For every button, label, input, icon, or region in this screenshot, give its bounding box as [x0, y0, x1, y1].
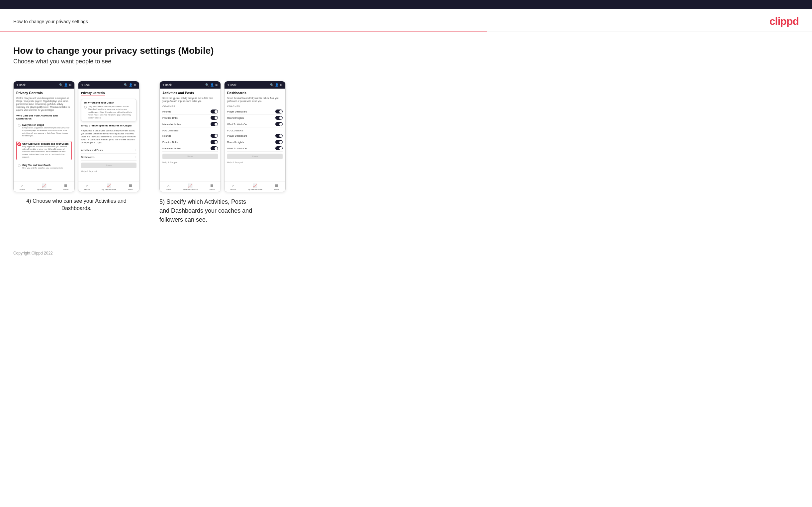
nav-menu-2[interactable]: ☰ Menu — [128, 183, 133, 190]
privacy-tab[interactable]: Privacy Controls — [81, 91, 105, 96]
coaches-work-on-row: What To Work On — [227, 121, 283, 127]
nav-home-label-2: Home — [84, 188, 90, 190]
top-bar — [0, 0, 812, 9]
back-button-2[interactable]: < Back — [81, 83, 90, 87]
help-support-2: Help & Support — [81, 170, 137, 173]
coaches-rounds-toggle[interactable] — [211, 110, 218, 113]
menu-icon-4[interactable]: ⊕ — [280, 83, 283, 87]
header-icons-1: 🔍 👤 ⊕ — [59, 83, 72, 87]
search-icon-2[interactable]: 🔍 — [124, 83, 128, 87]
nav-home-label-1: Home — [19, 188, 25, 190]
who-can-see-subtitle: Who Can See Your Activities and Dashboar… — [16, 114, 72, 120]
followers-manual-row: Manual Activities — [162, 145, 218, 152]
followers-drills-row: Practice Drills — [162, 139, 218, 145]
followers-work-on-toggle[interactable] — [275, 146, 283, 150]
followers-player-dash-toggle[interactable] — [275, 134, 283, 138]
coaches-work-on-toggle[interactable] — [275, 122, 283, 126]
bottom-nav-4: ⌂ Home 📈 My Performance ☰ Menu — [224, 181, 285, 192]
coaches-manual-label: Manual Activities — [162, 123, 181, 126]
followers-rounds-label: Rounds — [162, 134, 171, 137]
radio-label-3: Only You and Your Coach — [22, 164, 63, 166]
nav-menu-3[interactable]: ☰ Menu — [210, 183, 214, 190]
phone-screen-1: < Back 🔍 👤 ⊕ Privacy Controls Control ho… — [13, 81, 75, 192]
followers-drills-toggle[interactable] — [211, 140, 218, 144]
person-icon-2[interactable]: 👤 — [129, 83, 133, 87]
radio-circle-3 — [18, 164, 20, 167]
dashboards-row[interactable]: Dashboards › — [81, 154, 137, 161]
radio-label-1: Everyone on Clippd — [22, 124, 70, 126]
search-icon-4[interactable]: 🔍 — [270, 83, 274, 87]
copyright: Copyright Clippd 2022 — [13, 251, 53, 256]
followers-round-insights-toggle[interactable] — [275, 140, 283, 144]
nav-performance-1[interactable]: 📈 My Performance — [37, 183, 51, 190]
bottom-nav-3: ⌂ Home 📈 My Performance ☰ Menu — [160, 181, 220, 192]
nav-home-2[interactable]: ⌂ Home — [84, 184, 90, 190]
header-icons-3: 🔍 👤 ⊕ — [205, 83, 218, 87]
search-icon-3[interactable]: 🔍 — [205, 83, 209, 87]
radio-everyone[interactable]: Everyone on Clippd Everyone on Clippd ca… — [16, 122, 72, 139]
menu-icon[interactable]: ⊕ — [69, 83, 72, 87]
search-icon[interactable]: 🔍 — [59, 83, 63, 87]
coaches-drills-toggle[interactable] — [211, 116, 218, 120]
chevron-right-icon-2: › — [136, 155, 137, 159]
coaches-label-4: COACHES — [227, 105, 283, 108]
menu-icon-3[interactable]: ⊕ — [215, 83, 218, 87]
nav-menu-label-4: Menu — [274, 188, 279, 190]
nav-perf-label-1: My Performance — [37, 188, 51, 190]
nav-home-1[interactable]: ⌂ Home — [19, 184, 25, 190]
followers-rounds-toggle[interactable] — [211, 134, 218, 138]
nav-home-3[interactable]: ⌂ Home — [166, 184, 171, 190]
caption-right-line2: and Dashboards your coaches and — [159, 207, 252, 214]
followers-manual-toggle[interactable] — [211, 146, 218, 150]
save-button-3[interactable]: Save — [162, 154, 218, 159]
save-button-2[interactable]: Save — [81, 163, 137, 168]
chart-icon-1: 📈 — [42, 183, 47, 188]
dashboards-title: Dashboards — [227, 91, 283, 95]
phone-content-2: Privacy Controls Only You and Your Coach… — [79, 89, 139, 181]
back-button-4[interactable]: < Back — [227, 83, 237, 87]
home-icon-2: ⌂ — [86, 184, 88, 188]
person-icon-3[interactable]: 👤 — [210, 83, 214, 87]
home-icon-1: ⌂ — [21, 184, 23, 188]
nav-menu-1[interactable]: ☰ Menu — [63, 183, 68, 190]
nav-perf-label-2: My Performance — [102, 188, 116, 190]
person-icon[interactable]: 👤 — [64, 83, 68, 87]
radio-only-you[interactable]: Only You and Your Coach Only you and the… — [16, 162, 72, 171]
nav-menu-label-2: Menu — [128, 188, 133, 190]
privacy-body-text: Control how you and your data appears to… — [16, 97, 72, 111]
phone-header-1: < Back 🔍 👤 ⊕ — [14, 81, 74, 89]
chart-icon-2: 📈 — [107, 183, 111, 188]
menu-icon-2[interactable]: ⊕ — [134, 83, 137, 87]
dashboards-label: Dashboards — [81, 156, 94, 159]
followers-player-dash-row: Player Dashboard — [227, 133, 283, 139]
coaches-player-dash-toggle[interactable] — [275, 110, 283, 113]
activities-row[interactable]: Activities and Posts › — [81, 147, 137, 154]
radio-label-2: Only Approved Followers and Your Coach — [22, 143, 70, 145]
nav-performance-4[interactable]: 📈 My Performance — [248, 183, 262, 190]
hamburger-icon-2: ☰ — [129, 183, 132, 188]
followers-work-on-row: What To Work On — [227, 145, 283, 152]
phone-content-1: Privacy Controls Control how you and you… — [14, 89, 74, 181]
back-button-1[interactable]: < Back — [16, 83, 26, 87]
nav-performance-3[interactable]: 📈 My Performance — [183, 183, 198, 190]
coaches-player-dash-row: Player Dashboard — [227, 109, 283, 115]
save-button-4[interactable]: Save — [227, 154, 283, 159]
nav-home-4[interactable]: ⌂ Home — [231, 184, 236, 190]
coaches-label-3: COACHES — [162, 105, 218, 108]
radio-approved[interactable]: Only Approved Followers and Your Coach O… — [16, 141, 72, 160]
phone-header-4: < Back 🔍 👤 ⊕ — [224, 81, 285, 89]
activities-label: Activities and Posts — [81, 149, 103, 152]
coaches-round-insights-row: Round Insights — [227, 115, 283, 121]
person-icon-4[interactable]: 👤 — [275, 83, 278, 87]
coaches-round-insights-toggle[interactable] — [275, 116, 283, 120]
followers-manual-label: Manual Activities — [162, 147, 181, 150]
nav-performance-2[interactable]: 📈 My Performance — [102, 183, 116, 190]
back-button-3[interactable]: < Back — [162, 83, 172, 87]
nav-menu-4[interactable]: ☰ Menu — [274, 183, 279, 190]
popup-desc: Only you and the coaches you connect wit… — [88, 105, 134, 119]
bottom-nav-1: ⌂ Home 📈 My Performance ☰ Menu — [14, 181, 74, 192]
page-subtitle: Choose what you want people to see — [13, 58, 799, 65]
radio-desc-1: Everyone on Clippd can search for you an… — [22, 127, 70, 137]
phones-pair-right: < Back 🔍 👤 ⊕ Activities and Posts Select… — [159, 81, 286, 192]
coaches-manual-toggle[interactable] — [211, 122, 218, 126]
